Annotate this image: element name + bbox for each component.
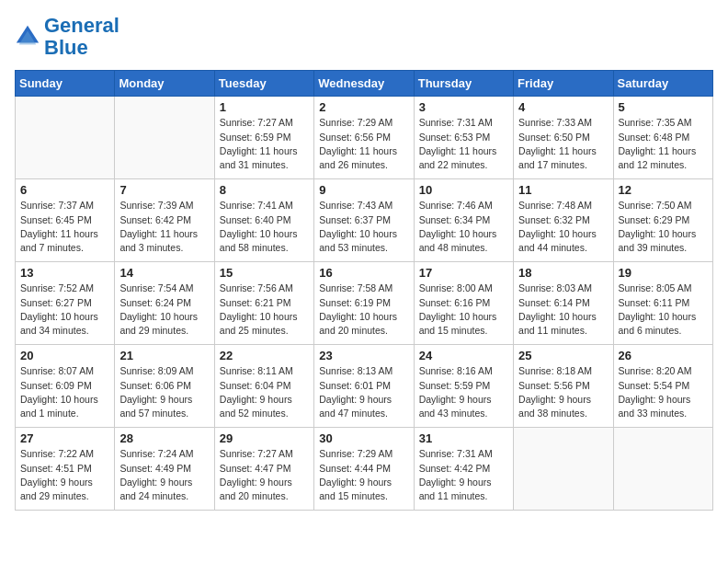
day-number: 17 (419, 266, 508, 280)
calendar-cell: 12Sunrise: 7:50 AM Sunset: 6:29 PM Dayli… (613, 179, 712, 262)
calendar-cell: 31Sunrise: 7:31 AM Sunset: 4:42 PM Dayli… (414, 428, 513, 511)
day-info: Sunrise: 7:29 AM Sunset: 4:44 PM Dayligh… (319, 447, 408, 503)
calendar-cell: 27Sunrise: 7:22 AM Sunset: 4:51 PM Dayli… (16, 428, 115, 511)
day-info: Sunrise: 7:27 AM Sunset: 6:59 PM Dayligh… (220, 116, 309, 172)
day-number: 26 (619, 349, 708, 362)
day-info: Sunrise: 7:52 AM Sunset: 6:27 PM Dayligh… (20, 282, 109, 338)
weekday-header-sunday: Sunday (16, 71, 115, 97)
calendar-cell: 5Sunrise: 7:35 AM Sunset: 6:48 PM Daylig… (613, 97, 712, 179)
day-number: 2 (319, 100, 408, 114)
calendar-cell: 13Sunrise: 7:52 AM Sunset: 6:27 PM Dayli… (16, 262, 115, 345)
calendar-cell: 7Sunrise: 7:39 AM Sunset: 6:42 PM Daylig… (115, 179, 214, 262)
calendar-cell: 21Sunrise: 8:09 AM Sunset: 6:06 PM Dayli… (115, 345, 214, 428)
day-info: Sunrise: 7:31 AM Sunset: 4:42 PM Dayligh… (419, 447, 508, 503)
weekday-header-friday: Friday (514, 71, 613, 97)
day-number: 8 (220, 183, 309, 197)
day-info: Sunrise: 8:03 AM Sunset: 6:14 PM Dayligh… (518, 282, 608, 338)
day-info: Sunrise: 8:09 AM Sunset: 6:06 PM Dayligh… (119, 364, 209, 420)
calendar-cell (115, 97, 214, 179)
day-info: Sunrise: 7:43 AM Sunset: 6:37 PM Dayligh… (319, 199, 408, 255)
calendar-table: SundayMondayTuesdayWednesdayThursdayFrid… (15, 70, 713, 511)
calendar-cell: 9Sunrise: 7:43 AM Sunset: 6:37 PM Daylig… (314, 179, 414, 262)
day-number: 30 (319, 431, 408, 445)
day-number: 11 (518, 183, 608, 197)
day-number: 20 (20, 349, 109, 362)
calendar-cell: 29Sunrise: 7:27 AM Sunset: 4:47 PM Dayli… (214, 428, 313, 511)
calendar-cell (514, 428, 613, 511)
calendar-cell: 2Sunrise: 7:29 AM Sunset: 6:56 PM Daylig… (314, 97, 414, 179)
calendar-week-1: 1Sunrise: 7:27 AM Sunset: 6:59 PM Daylig… (16, 97, 713, 179)
day-info: Sunrise: 7:31 AM Sunset: 6:53 PM Dayligh… (419, 116, 508, 172)
calendar-cell: 6Sunrise: 7:37 AM Sunset: 6:45 PM Daylig… (16, 179, 115, 262)
day-info: Sunrise: 7:58 AM Sunset: 6:19 PM Dayligh… (319, 282, 408, 338)
day-info: Sunrise: 7:22 AM Sunset: 4:51 PM Dayligh… (20, 447, 109, 503)
day-info: Sunrise: 7:24 AM Sunset: 4:49 PM Dayligh… (119, 447, 209, 503)
logo-text: General Blue (44, 15, 119, 59)
day-number: 13 (20, 266, 109, 280)
day-info: Sunrise: 8:11 AM Sunset: 6:04 PM Dayligh… (220, 364, 309, 420)
day-number: 1 (220, 100, 309, 114)
day-info: Sunrise: 8:00 AM Sunset: 6:16 PM Dayligh… (419, 282, 508, 338)
day-number: 28 (119, 431, 209, 445)
calendar-cell: 30Sunrise: 7:29 AM Sunset: 4:44 PM Dayli… (314, 428, 414, 511)
calendar-cell: 16Sunrise: 7:58 AM Sunset: 6:19 PM Dayli… (314, 262, 414, 345)
day-number: 23 (319, 349, 408, 362)
calendar-cell (16, 97, 115, 179)
day-info: Sunrise: 7:48 AM Sunset: 6:32 PM Dayligh… (518, 199, 608, 255)
day-info: Sunrise: 8:07 AM Sunset: 6:09 PM Dayligh… (20, 364, 109, 420)
day-info: Sunrise: 7:54 AM Sunset: 6:24 PM Dayligh… (119, 282, 209, 338)
calendar-cell: 14Sunrise: 7:54 AM Sunset: 6:24 PM Dayli… (115, 262, 214, 345)
day-number: 7 (119, 183, 209, 197)
calendar-week-3: 13Sunrise: 7:52 AM Sunset: 6:27 PM Dayli… (16, 262, 713, 345)
day-number: 29 (220, 431, 309, 445)
day-number: 3 (419, 100, 508, 114)
day-info: Sunrise: 7:50 AM Sunset: 6:29 PM Dayligh… (619, 199, 708, 255)
logo: General Blue (15, 15, 119, 59)
calendar-cell: 3Sunrise: 7:31 AM Sunset: 6:53 PM Daylig… (414, 97, 513, 179)
day-info: Sunrise: 8:16 AM Sunset: 5:59 PM Dayligh… (419, 364, 508, 420)
calendar-cell: 25Sunrise: 8:18 AM Sunset: 5:56 PM Dayli… (514, 345, 613, 428)
page-header: General Blue (15, 15, 713, 59)
weekday-header-tuesday: Tuesday (214, 71, 313, 97)
day-number: 12 (619, 183, 708, 197)
weekday-header-wednesday: Wednesday (314, 71, 414, 97)
weekday-header-thursday: Thursday (414, 71, 513, 97)
day-info: Sunrise: 7:41 AM Sunset: 6:40 PM Dayligh… (220, 199, 309, 255)
day-number: 21 (119, 349, 209, 362)
day-number: 15 (220, 266, 309, 280)
calendar-cell (613, 428, 712, 511)
day-number: 14 (119, 266, 209, 280)
calendar-cell: 8Sunrise: 7:41 AM Sunset: 6:40 PM Daylig… (214, 179, 313, 262)
calendar-cell: 19Sunrise: 8:05 AM Sunset: 6:11 PM Dayli… (613, 262, 712, 345)
day-info: Sunrise: 7:39 AM Sunset: 6:42 PM Dayligh… (119, 199, 209, 255)
calendar-cell: 20Sunrise: 8:07 AM Sunset: 6:09 PM Dayli… (16, 345, 115, 428)
calendar-cell: 26Sunrise: 8:20 AM Sunset: 5:54 PM Dayli… (613, 345, 712, 428)
day-info: Sunrise: 7:46 AM Sunset: 6:34 PM Dayligh… (419, 199, 508, 255)
day-number: 31 (419, 431, 508, 445)
calendar-cell: 23Sunrise: 8:13 AM Sunset: 6:01 PM Dayli… (314, 345, 414, 428)
day-number: 18 (518, 266, 608, 280)
weekday-header-saturday: Saturday (613, 71, 712, 97)
day-info: Sunrise: 7:33 AM Sunset: 6:50 PM Dayligh… (518, 116, 608, 172)
calendar-cell: 18Sunrise: 8:03 AM Sunset: 6:14 PM Dayli… (514, 262, 613, 345)
day-info: Sunrise: 7:27 AM Sunset: 4:47 PM Dayligh… (220, 447, 309, 503)
day-number: 4 (518, 100, 608, 114)
calendar-week-5: 27Sunrise: 7:22 AM Sunset: 4:51 PM Dayli… (16, 428, 713, 511)
calendar-cell: 28Sunrise: 7:24 AM Sunset: 4:49 PM Dayli… (115, 428, 214, 511)
day-info: Sunrise: 8:13 AM Sunset: 6:01 PM Dayligh… (319, 364, 408, 420)
calendar-week-2: 6Sunrise: 7:37 AM Sunset: 6:45 PM Daylig… (16, 179, 713, 262)
day-number: 10 (419, 183, 508, 197)
day-number: 27 (20, 431, 109, 445)
calendar-cell: 4Sunrise: 7:33 AM Sunset: 6:50 PM Daylig… (514, 97, 613, 179)
calendar-cell: 15Sunrise: 7:56 AM Sunset: 6:21 PM Dayli… (214, 262, 313, 345)
day-number: 22 (220, 349, 309, 362)
logo-icon (15, 24, 40, 50)
day-number: 25 (518, 349, 608, 362)
calendar-cell: 11Sunrise: 7:48 AM Sunset: 6:32 PM Dayli… (514, 179, 613, 262)
day-info: Sunrise: 8:05 AM Sunset: 6:11 PM Dayligh… (619, 282, 708, 338)
day-number: 9 (319, 183, 408, 197)
weekday-header-monday: Monday (115, 71, 214, 97)
calendar-cell: 1Sunrise: 7:27 AM Sunset: 6:59 PM Daylig… (214, 97, 313, 179)
day-number: 16 (319, 266, 408, 280)
calendar-week-4: 20Sunrise: 8:07 AM Sunset: 6:09 PM Dayli… (16, 345, 713, 428)
